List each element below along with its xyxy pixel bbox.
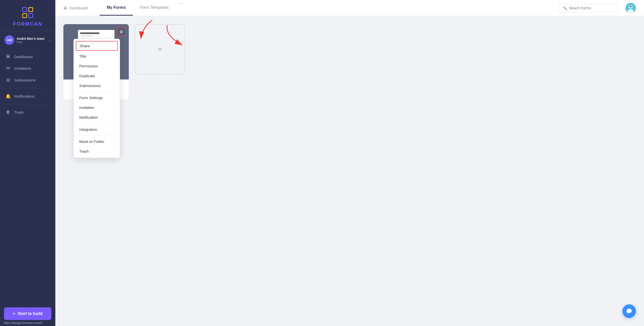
context-menu-form-settings-label: Form Settings <box>79 96 103 100</box>
dashboard-icon-top: 🏛 <box>63 6 67 10</box>
sidebar-item-invitations[interactable]: ✉ Invitations <box>0 62 55 74</box>
sidebar-item-label: Notifications <box>14 94 35 98</box>
user-name: Andrii Mav's team <box>17 37 50 40</box>
context-menu-submissions-label: Submissions <box>79 84 101 88</box>
main-area: 🏛 Dashboard My Forms Form Templates ··· … <box>55 0 644 326</box>
tab-form-templates[interactable]: Form Templates <box>133 0 176 16</box>
context-menu-title-label: Title <box>79 54 86 58</box>
context-menu-divider <box>74 92 120 92</box>
logo-text: FORMCAN <box>13 21 42 27</box>
context-menu-item-form-settings[interactable]: Form Settings <box>74 93 120 103</box>
content-area: ⚙ Share Title Permission Duplicate <box>55 16 644 326</box>
start-build-button[interactable]: + Start to build <box>4 307 51 320</box>
context-menu-item-title[interactable]: Title <box>74 51 120 61</box>
context-menu-item-integration[interactable]: Integration <box>74 125 120 134</box>
plus-large-icon: + <box>157 44 163 55</box>
svg-rect-2 <box>29 8 33 12</box>
search-box: 🔍 <box>559 4 619 12</box>
context-menu-item-submissions[interactable]: Submissions <box>74 81 120 91</box>
submissions-icon: ⊞ <box>6 77 11 83</box>
search-input[interactable] <box>569 6 616 10</box>
svg-rect-0 <box>23 8 27 12</box>
tab-my-forms[interactable]: My Forms <box>100 0 133 16</box>
context-menu-notification-label: Notification <box>79 115 98 119</box>
form-card: ⚙ Share Title Permission Duplicate <box>63 24 129 100</box>
context-menu-item-share[interactable]: Share <box>76 41 118 51</box>
statusbar-url: https://design.formcan.com/# <box>4 321 42 325</box>
sidebar-nav: 🏛 Dashboard ✉ Invitations ⊞ Submissions … <box>0 49 55 303</box>
form-card-preview: ⚙ Share Title Permission Duplicate <box>63 24 129 79</box>
context-menu-item-trash[interactable]: Trash <box>74 146 120 156</box>
context-menu: Share Title Permission Duplicate Submiss… <box>73 39 120 158</box>
avatar-initials: AM <box>7 38 12 42</box>
plus-icon: + <box>13 311 15 316</box>
logo-area: FORMCAN <box>0 0 55 31</box>
user-avatar-top[interactable] <box>625 3 636 13</box>
start-build-label: Start to build <box>18 311 43 316</box>
context-menu-item-duplicate[interactable]: Duplicate <box>74 71 120 81</box>
context-menu-integration-label: Integration <box>79 127 97 132</box>
user-area[interactable]: AM Andrii Mav's team Free › <box>0 31 55 49</box>
sidebar-item-dashboard[interactable]: 🏛 Dashboard <box>0 51 55 62</box>
context-menu-move-label: Move to Folder <box>79 139 104 144</box>
sidebar-item-label: Invitations <box>14 66 31 70</box>
context-menu-divider-2 <box>74 123 120 124</box>
context-menu-divider-3 <box>74 135 120 136</box>
user-avatar-image <box>625 3 636 13</box>
context-menu-permission-label: Permission <box>79 64 98 68</box>
dashboard-label: Dashboard <box>69 6 88 10</box>
sidebar-item-label: Dashboard <box>14 55 32 59</box>
invitations-icon: ✉ <box>6 66 11 71</box>
dashboard-icon: 🏛 <box>6 54 11 59</box>
tab-form-templates-label: Form Templates <box>140 5 169 10</box>
sidebar-item-label: Submissions <box>14 78 35 82</box>
sidebar-item-submissions[interactable]: ⊞ Submissions <box>0 74 55 86</box>
user-plan: Free <box>17 40 50 44</box>
svg-rect-3 <box>29 14 33 18</box>
chat-bubble[interactable] <box>622 304 636 318</box>
new-form-card[interactable]: + <box>135 24 185 74</box>
svg-rect-1 <box>23 14 27 18</box>
more-options-button[interactable]: ··· <box>176 0 186 16</box>
chat-icon <box>626 308 632 314</box>
formcan-logo-icon <box>21 6 34 19</box>
sidebar-item-label: Trash <box>14 110 24 114</box>
sidebar-item-notifications[interactable]: 🔔 Notifications <box>0 90 55 102</box>
chevron-right-icon: › <box>50 38 51 42</box>
dashboard-link[interactable]: 🏛 Dashboard <box>63 6 88 10</box>
preview-line <box>80 35 93 36</box>
topnav-tabs: My Forms Form Templates ··· <box>100 0 186 16</box>
svg-rect-8 <box>630 6 631 7</box>
context-menu-item-notification[interactable]: Notification <box>74 112 120 122</box>
context-menu-item-permission[interactable]: Permission <box>74 61 120 71</box>
avatar: AM <box>5 35 14 45</box>
svg-point-6 <box>628 9 634 13</box>
sidebar: FORMCAN AM Andrii Mav's team Free › 🏛 Da… <box>0 0 55 326</box>
trash-icon: 🗑 <box>6 110 11 115</box>
context-menu-item-move-to-folder[interactable]: Move to Folder <box>74 137 120 146</box>
sidebar-item-trash[interactable]: 🗑 Trash <box>0 106 55 118</box>
statusbar: https://design.formcan.com/# <box>0 320 55 326</box>
tab-my-forms-label: My Forms <box>107 5 126 10</box>
search-icon: 🔍 <box>563 6 567 10</box>
preview-title-bar <box>80 32 99 34</box>
context-menu-share-label: Share <box>80 44 90 48</box>
logo-text-content: FORMCAN <box>13 21 42 27</box>
context-menu-trash-label: Trash <box>79 149 89 153</box>
nav-divider-2 <box>0 104 55 104</box>
context-menu-item-invitation[interactable]: Invitation <box>74 103 120 112</box>
user-info: Andrii Mav's team Free <box>17 37 50 44</box>
notifications-icon: 🔔 <box>6 94 11 99</box>
gear-button[interactable]: ⚙ <box>117 27 126 36</box>
context-menu-invitation-label: Invitation <box>79 105 94 110</box>
context-menu-duplicate-label: Duplicate <box>79 74 95 78</box>
nav-divider <box>0 88 55 88</box>
top-nav: 🏛 Dashboard My Forms Form Templates ··· … <box>55 0 644 16</box>
